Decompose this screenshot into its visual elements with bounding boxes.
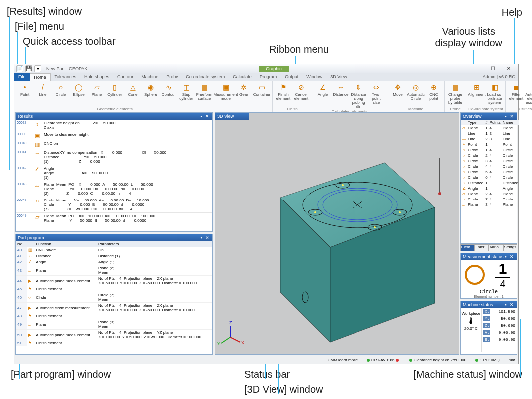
ribbon-angle[interactable]: ∠Angle (314, 82, 331, 109)
overview-row[interactable]: ○Circle34Circle (461, 158, 519, 164)
ov-tab[interactable]: Toler... (475, 244, 489, 251)
overview-row[interactable]: ▱Plane24Plane (461, 191, 519, 197)
qat-save-icon[interactable]: 💾 (25, 65, 32, 72)
tab-machine[interactable]: Machine (137, 73, 162, 81)
part-program-table[interactable]: NoFunctionParameters40▥CNC on/offOn41↔Di… (16, 241, 212, 346)
ribbon-cone[interactable]: △Cone (124, 82, 141, 101)
results-row[interactable]: 00038↕Clearance height on Z= 50.000 Z ax… (16, 120, 212, 131)
ribbon-alignment[interactable]: ⊞Alignment (468, 82, 485, 105)
results-row[interactable]: 00040▥CNC on (16, 140, 212, 149)
tab-home[interactable]: Home (30, 73, 51, 81)
overview-row[interactable]: ▱Plane14Plane (461, 125, 519, 131)
overview-row[interactable]: —Line23Line (461, 136, 519, 142)
results-row[interactable]: 00043▱Plane Mean PO X= 0.000 A= 50.00.00… (16, 181, 212, 197)
overview-row[interactable]: ↔Distance1Distance (461, 180, 519, 186)
close-icon[interactable]: ✕ (501, 66, 516, 71)
ribbon-finish-element[interactable]: ⚑Finish element (275, 82, 292, 101)
overview-row[interactable]: ○Circle24Circle (461, 153, 519, 158)
ribbon-point[interactable]: •Point (16, 82, 33, 101)
qat-new-icon[interactable]: 📄 (16, 65, 23, 72)
ribbon-measurement-mode[interactable]: ▣Measurement mode (217, 82, 234, 101)
container-icon: ▭ (257, 82, 267, 92)
prog-row[interactable]: 51⚑Finish element (16, 340, 212, 346)
qat-more-icon[interactable]: ▾ (34, 65, 41, 72)
tab-hole-shapes[interactable]: Hole shapes (80, 73, 113, 81)
ribbon-cnc-point[interactable]: ⊕CNC point (425, 82, 442, 101)
tab-3d-view[interactable]: 3D View (326, 73, 351, 81)
prog-row[interactable]: 45⚑Finish element (16, 286, 212, 292)
overview-row[interactable]: ○Circle74Circle (461, 197, 519, 202)
ribbon-distance[interactable]: ↔Distance (332, 82, 349, 109)
ribbon-automatic-element-recognition[interactable]: ◈Automatic element recognition (526, 82, 532, 105)
pane-pin-icon[interactable]: ▪ ✕ (505, 302, 515, 307)
pane-pin-icon[interactable]: ▪ ✕ (505, 254, 515, 259)
overview-tabstrip[interactable]: Elem...Toler...Varia...Strings (460, 244, 517, 251)
svg-point-20 (314, 211, 316, 213)
prog-row[interactable]: 49▱PlanePlane (3) Mean (16, 319, 212, 330)
tab-contour[interactable]: Contour (113, 73, 137, 81)
ribbon-filter-element[interactable]: ≣Filter element (508, 82, 525, 105)
ribbon-gear[interactable]: ✲Gear (235, 82, 252, 101)
minimize-icon[interactable]: — (469, 66, 484, 71)
ribbon-container[interactable]: ▭Container (253, 82, 270, 101)
prog-row[interactable]: 41↔DistanceDistance (1) (16, 253, 212, 259)
prog-row[interactable]: 48⚑Finish element (16, 313, 212, 319)
results-row[interactable]: 00041↔DistanceXY no compensation X= 0.00… (16, 149, 212, 165)
ribbon-load-co-ordinate-system[interactable]: ◧Load co-ordinate system (486, 82, 503, 105)
tab-output[interactable]: Output (281, 73, 302, 81)
ribbon-circle[interactable]: ○Circle (52, 82, 69, 101)
ribbon-step-cylinder[interactable]: ◫Step cylinder (178, 82, 195, 101)
tab-program[interactable]: Program (256, 73, 281, 81)
ribbon-plane[interactable]: ▱Plane (88, 82, 105, 101)
prog-row[interactable]: 40▥CNC on/offOn (16, 247, 212, 253)
ov-tab[interactable]: Elem... (460, 244, 475, 251)
prog-row[interactable]: 44▶Automatic plane measurementNo of Pts … (16, 276, 212, 286)
overview-row[interactable]: ▱Plane34Plane (461, 202, 519, 207)
tab-tolerances[interactable]: Tolerances (51, 73, 81, 81)
pane-pin-icon[interactable]: ▪ ✕ (200, 235, 210, 240)
prog-row[interactable]: 43▱PlanePlane (2) Mean (16, 265, 212, 276)
prog-row[interactable]: 47▶Automatic circle measurementNo of Pts… (16, 303, 212, 313)
tab-file[interactable]: File (14, 73, 30, 81)
ribbon-cancel-element[interactable]: ⊘Cancel element (293, 82, 310, 101)
maximize-icon[interactable]: ☐ (485, 66, 500, 71)
results-row[interactable]: 00042∠Angle Angle A= 90.00.00 (1) (16, 165, 212, 181)
tab-window[interactable]: Window (302, 73, 326, 81)
pane-pin-icon[interactable]: ▪ ✕ (505, 114, 515, 119)
tab-co-ordinate-system[interactable]: Co-ordinate system (182, 73, 229, 81)
overview-row[interactable]: ∠Angle1Angle (461, 186, 519, 191)
overview-row[interactable]: ○Circle64Circle (461, 175, 519, 180)
3d-view-pane[interactable]: 3D View (215, 112, 459, 355)
overview-row[interactable]: ○Circle54Circle (461, 169, 519, 175)
ov-tab[interactable]: Varia... (489, 244, 503, 251)
results-row[interactable]: 00049▱Plane Mean PO X= 100.000 A= 0.00.0… (16, 213, 212, 224)
ribbon-line[interactable]: /Line (34, 82, 51, 101)
ribbon-two-point-size[interactable]: ⇔Two-point size (368, 82, 385, 109)
tab-probe[interactable]: Probe (162, 73, 182, 81)
ribbon-cylinder[interactable]: ▯Cylinder (106, 82, 123, 101)
tab-calculate[interactable]: Calculate (229, 73, 256, 81)
ribbon-ellipse[interactable]: ◯Ellipse (70, 82, 87, 101)
svg-line-27 (230, 337, 240, 342)
results-row[interactable]: 00039▣Move to clearance height (16, 131, 212, 140)
ov-tab[interactable]: Strings (503, 244, 518, 251)
pane-pin-icon[interactable]: ▪ ✕ (200, 114, 210, 119)
overview-row[interactable]: ○Circle14Circle (461, 147, 519, 153)
prog-row[interactable]: 50▶Automatic plane measurementNo of Pts … (16, 330, 212, 340)
ribbon-sphere[interactable]: ◉Sphere (142, 82, 159, 101)
circle-icon: ○ (56, 82, 66, 92)
prog-row[interactable]: 46○CircleCircle (7) Mean (16, 292, 212, 303)
overview-table[interactable]: Type#PointsName▱Plane14Plane—Line13Line—… (461, 120, 519, 207)
overview-row[interactable]: +Point1Point (461, 142, 519, 147)
ribbon-change-probe-by-table[interactable]: ▤Change probe by table (447, 82, 464, 105)
overview-row[interactable]: ○Circle44Circle (461, 164, 519, 169)
ribbon-freeform-surface[interactable]: ▦Freeform surface (196, 82, 213, 101)
ribbon-distance-along-probing-dir[interactable]: ⇕Distance along probing dir (350, 82, 367, 109)
results-row[interactable]: 00046○Circle Mean X= 50.000 A= 0.00.00 D… (16, 197, 212, 213)
ribbon-automatic-circle[interactable]: ◎Automatic Circle (407, 82, 424, 101)
overview-row[interactable]: —Line13Line (461, 131, 519, 136)
ribbon-contour[interactable]: ∿Contour (160, 82, 177, 101)
prog-row[interactable]: 42∠AngleAngle (1) (16, 259, 212, 265)
ribbon-move[interactable]: ✥Move (389, 82, 406, 101)
ribbon-group-label: Finish (275, 106, 310, 112)
